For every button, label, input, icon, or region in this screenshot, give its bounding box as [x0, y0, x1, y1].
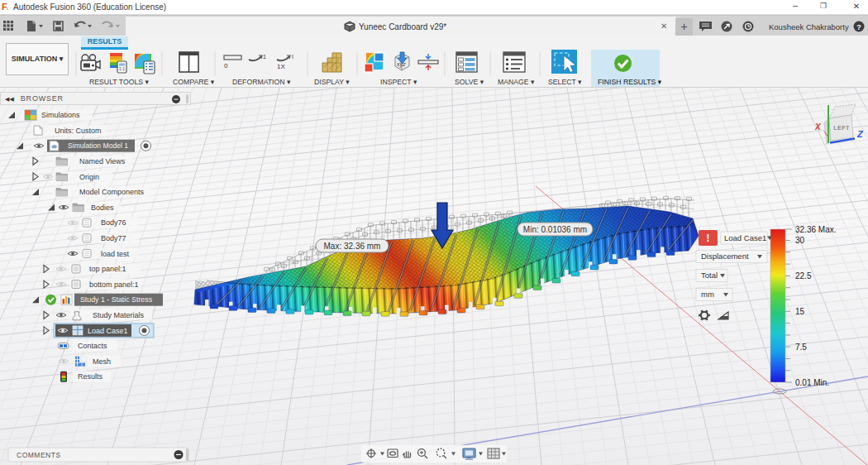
svg-text:load test: load test	[101, 250, 130, 258]
svg-text:Body77: Body77	[101, 234, 126, 242]
svg-text:Simulations: Simulations	[41, 111, 80, 119]
svg-text:Bodies: Bodies	[91, 204, 114, 212]
svg-text:32.36 Max.: 32.36 Max.	[795, 225, 836, 234]
svg-text:Min: 0.01036 mm: Min: 0.01036 mm	[523, 225, 587, 234]
svg-text:0.01 Min.: 0.01 Min.	[795, 378, 829, 387]
svg-text:Units: Custom: Units: Custom	[55, 127, 102, 135]
svg-text:22.5: 22.5	[795, 271, 812, 280]
svg-text:Named Views: Named Views	[79, 157, 126, 165]
svg-text:Contacts: Contacts	[78, 342, 107, 350]
svg-text:I: I	[292, 54, 293, 60]
svg-text:mm: mm	[701, 290, 714, 299]
svg-text:Z: Z	[856, 129, 864, 139]
svg-text:top panel:1: top panel:1	[89, 265, 126, 273]
svg-text:Total: Total	[701, 271, 718, 280]
svg-text:!: !	[706, 232, 709, 244]
svg-text:Load Case1: Load Case1	[724, 233, 766, 242]
svg-text:?: ?	[856, 23, 861, 31]
svg-text:bottom panel:1: bottom panel:1	[89, 280, 139, 289]
svg-text:LEFT: LEFT	[833, 125, 850, 131]
svg-text:Study Materials: Study Materials	[93, 311, 145, 319]
svg-text:1: 1	[263, 54, 266, 60]
svg-text:Origin: Origin	[79, 173, 99, 181]
svg-text:COMMENTS: COMMENTS	[17, 451, 61, 459]
svg-text:7.5: 7.5	[795, 343, 807, 352]
svg-text:1X: 1X	[277, 63, 285, 70]
svg-text:Max: 32.36 mm: Max: 32.36 mm	[324, 242, 381, 251]
svg-text:0: 0	[224, 62, 228, 70]
svg-text:X: X	[814, 122, 822, 132]
svg-text:Model Components: Model Components	[79, 188, 145, 196]
svg-text:Simulation Model 1: Simulation Model 1	[68, 141, 128, 150]
svg-text:Body76: Body76	[101, 218, 126, 227]
svg-text:30: 30	[795, 236, 805, 245]
svg-text:Load Case1: Load Case1	[88, 327, 128, 335]
svg-text:Study 1 - Static Stress: Study 1 - Static Stress	[80, 295, 153, 304]
svg-text:Mesh: Mesh	[93, 357, 111, 366]
svg-text:Displacement: Displacement	[701, 252, 749, 261]
svg-text:Results: Results	[78, 372, 103, 381]
svg-text:15: 15	[795, 307, 805, 316]
